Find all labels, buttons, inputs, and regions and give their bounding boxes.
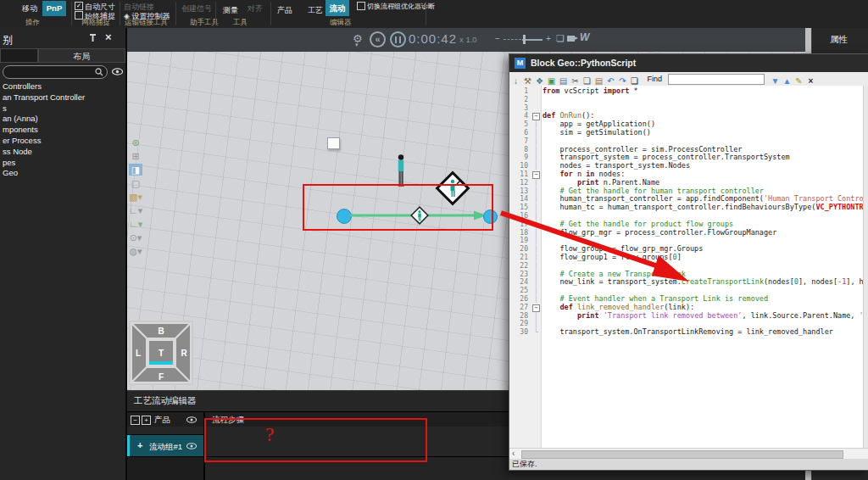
ribbon: 移动 PnP 操作 ✓ 自动尺寸 始终捕捉 网格捕捉 自动链接 ◈ 设置控制器 …	[0, 0, 868, 29]
group-label-grid-snap: 网格捕捉	[81, 18, 110, 28]
script-toolbar: ↓⚒❖▣▤✂❏▤↶↷❏ Find ▼▲✎×	[509, 72, 868, 87]
list-item[interactable]: ss Node	[3, 147, 125, 158]
sim-speed: x 1.0	[459, 35, 477, 44]
sim-time: 0:00:42	[409, 31, 457, 46]
nav-front-face[interactable]: F	[159, 372, 164, 382]
script-window-title: Block Geo::PythonScript	[531, 58, 636, 68]
pause-icon[interactable]	[390, 31, 406, 47]
speed-slider-track-left[interactable]	[504, 39, 521, 40]
list-item[interactable]: pes	[3, 158, 125, 169]
annotation-rect-flow-steps	[204, 418, 427, 462]
toggle-diagnostics-checkbox[interactable]	[357, 2, 365, 10]
script-window-titlebar[interactable]: M Block Geo::PythonScript	[509, 54, 868, 72]
save-status: 已保存.	[509, 460, 537, 468]
ribbon-separator	[175, 2, 176, 25]
gear-caret-icon[interactable]: ▾	[355, 42, 359, 48]
eye-icon[interactable]	[186, 416, 197, 423]
group-label-operation: 操作	[25, 18, 40, 28]
auto-size-checkbox[interactable]: ✓	[75, 2, 83, 10]
create-signal-button[interactable]: 创建信号	[181, 3, 212, 14]
view-navigation-pad[interactable]: B L T R F	[129, 321, 193, 385]
product-column-header: 产品	[154, 415, 170, 426]
list-item[interactable]: an Transport Controller	[3, 92, 125, 103]
render-mode-icon[interactable]: ◨	[129, 164, 142, 176]
reset-rewind-icon[interactable]: «	[370, 31, 386, 47]
speed-plus-icon[interactable]: +	[546, 34, 551, 43]
flow-group-row[interactable]: + 流动组#1	[127, 434, 203, 457]
nav-right-face[interactable]: R	[181, 349, 187, 358]
move-button[interactable]: 移动	[22, 3, 37, 14]
collapse-all-button[interactable]: −	[131, 416, 140, 425]
fill-view-icon[interactable]: ⊛	[129, 137, 142, 148]
list-item[interactable]: an (Anna)	[3, 114, 125, 125]
list-item[interactable]: s	[3, 103, 125, 114]
sidebar-panel: 别 × 布局 Controllersan Transport Controlle…	[0, 28, 125, 480]
group-label-editor: 编辑器	[330, 18, 352, 28]
row-expand-icon[interactable]: +	[137, 440, 142, 450]
code-horizontal-scrollbar[interactable]: ‹	[509, 448, 868, 460]
hscroll-thumb[interactable]	[521, 450, 843, 459]
pin-icon[interactable]	[88, 33, 97, 42]
nav-left-face[interactable]: L	[136, 349, 141, 358]
script-toolbar-icons: ↓⚒❖▣▤✂❏▤↶↷❏	[509, 72, 640, 87]
annotation-rect-transport-link	[303, 184, 493, 231]
sidebar-tab-ecatalog[interactable]	[0, 48, 38, 63]
close-icon[interactable]: ×	[105, 31, 112, 43]
pnp-button[interactable]: PnP	[42, 1, 66, 16]
row-selected-bar	[127, 435, 130, 457]
list-item[interactable]: Controllers	[3, 81, 125, 92]
properties-title: 属性	[830, 34, 848, 46]
code-line: 1from vcScript import *	[509, 87, 868, 96]
flow-left-empty	[127, 456, 203, 480]
annotation-question-mark: ?	[265, 424, 274, 446]
eye-icon[interactable]	[186, 443, 197, 449]
flow-editor-button[interactable]: 流动	[326, 0, 349, 16]
code-line: 30└ transport_system.OnTransportLinkRemo…	[509, 328, 868, 337]
human-figure[interactable]	[395, 154, 407, 188]
fit-view-icon[interactable]: ⊞	[129, 150, 142, 162]
export-pdf-icon[interactable]: ❏	[556, 33, 565, 44]
product-editor-button[interactable]: 产品	[277, 5, 292, 16]
group-label-helper-tools: 助手工具	[190, 18, 219, 28]
find-label: Find	[647, 75, 662, 83]
search-input[interactable]	[3, 65, 108, 79]
selection-mode-icon[interactable]: ⊙▾	[129, 232, 142, 243]
record-video-icon[interactable]	[567, 36, 575, 42]
ribbon-separator	[71, 2, 72, 25]
axes-icon[interactable]: ∟▾	[129, 218, 142, 230]
script-statusbar: 已保存.	[509, 459, 868, 470]
scroll-left-icon[interactable]: ‹	[512, 449, 515, 458]
wireframe-icon[interactable]: ▢	[129, 177, 142, 189]
list-item[interactable]: Geo	[3, 168, 125, 179]
ribbon-separator	[426, 2, 426, 25]
modeling-icon: M	[515, 58, 526, 69]
flow-spacer	[127, 427, 203, 434]
code-line: 6│ sim = getSimulation()	[509, 129, 868, 137]
product-box[interactable]	[327, 137, 340, 149]
sidebar-tab-layout[interactable]: 布局	[38, 48, 125, 63]
find-buttons: ▼▲✎×	[769, 72, 816, 87]
align-button[interactable]: 对齐	[248, 3, 263, 14]
eye-icon[interactable]	[112, 68, 123, 75]
measure-button[interactable]: 测量	[223, 5, 238, 16]
group-label-transport-link-tools: 运输链接工具	[125, 18, 168, 28]
list-item[interactable]: er Process	[3, 136, 125, 147]
flow-editor-title: 工艺流动编辑器	[134, 395, 197, 407]
code-vertical-scrollbar[interactable]	[863, 86, 868, 448]
flow-product-header: − + 产品	[127, 411, 203, 427]
code-line: 2	[509, 96, 868, 104]
frames-icon[interactable]: ▩▾	[129, 191, 142, 203]
nav-top-face[interactable]: T	[159, 349, 164, 358]
origin-frame-icon[interactable]: ∟▾	[129, 204, 142, 216]
speed-slider-handle[interactable]	[523, 35, 526, 44]
process-editor-button[interactable]: 工艺	[308, 5, 323, 16]
world-icon[interactable]: ◍▾	[129, 245, 142, 257]
find-input[interactable]	[668, 74, 765, 85]
experience-export-icon[interactable]: W	[580, 31, 589, 43]
speed-minus-icon[interactable]: −	[495, 34, 500, 43]
toggle-diagnostics-label: 切换流程组优化器诊断	[367, 2, 435, 11]
app-screen: 移动 PnP 操作 ✓ 自动尺寸 始终捕捉 网格捕捉 自动链接 ◈ 设置控制器 …	[0, 0, 868, 480]
list-item[interactable]: mponents	[3, 125, 125, 136]
expand-all-button[interactable]: +	[142, 416, 151, 425]
nav-back-face[interactable]: B	[158, 327, 164, 336]
